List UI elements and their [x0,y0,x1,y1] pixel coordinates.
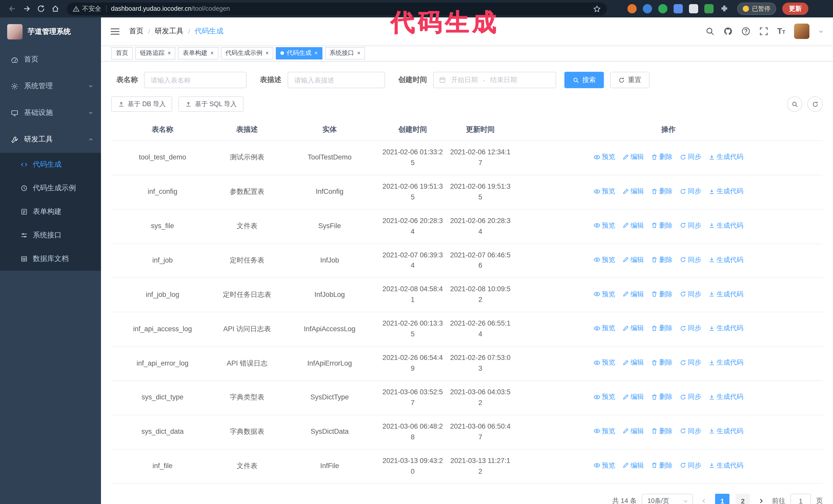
extension-icon-3[interactable] [658,4,667,13]
action-sync[interactable]: 同步 [680,152,701,162]
action-delete[interactable]: 删除 [651,186,672,196]
action-sync[interactable]: 同步 [680,289,701,299]
page-number-1[interactable]: 1 [715,494,730,504]
tab-item[interactable]: 表单构建× [178,47,218,59]
action-generate-code[interactable]: 生成代码 [709,152,743,162]
not-secure-warning[interactable]: 不安全 [73,4,101,13]
avatar[interactable] [794,24,809,39]
action-preview[interactable]: 预览 [594,357,615,368]
sidebar-item-db-doc[interactable]: 数据库文档 [0,247,101,271]
tab-item[interactable]: 首页 [111,47,133,59]
font-size-icon[interactable]: TT [777,27,785,35]
action-sync[interactable]: 同步 [680,255,701,265]
table-desc-input[interactable] [288,72,385,88]
action-preview[interactable]: 预览 [594,460,615,471]
action-preview[interactable]: 预览 [594,255,615,265]
action-edit[interactable]: 编辑 [622,255,644,265]
page-number-2[interactable]: 2 [736,494,750,504]
action-edit[interactable]: 编辑 [622,323,644,334]
extension-icon-5[interactable] [689,4,698,13]
reload-icon[interactable] [34,2,48,16]
import-sql-button[interactable]: 基于 SQL 导入 [178,96,243,112]
action-sync[interactable]: 同步 [680,426,701,436]
action-preview[interactable]: 预览 [594,220,615,231]
home-icon[interactable] [48,2,63,16]
action-preview[interactable]: 预览 [594,323,615,334]
action-preview[interactable]: 预览 [594,152,615,162]
action-edit[interactable]: 编辑 [622,357,644,368]
sidebar-item-form-builder[interactable]: 表单构建 [0,200,101,223]
action-sync[interactable]: 同步 [680,323,701,334]
action-sync[interactable]: 同步 [680,357,701,368]
breadcrumb-item[interactable]: 首页 [129,27,144,36]
action-delete[interactable]: 删除 [651,152,672,162]
action-preview[interactable]: 预览 [594,426,615,436]
close-icon[interactable]: × [210,50,214,56]
tab-item[interactable]: 系统接口× [325,47,365,59]
tab-item[interactable]: 代码生成× [276,47,323,59]
action-delete[interactable]: 删除 [651,255,672,265]
action-sync[interactable]: 同步 [680,220,701,231]
sidebar-item-codegen-example[interactable]: 代码生成示例 [0,176,101,200]
sidebar-item-api[interactable]: 系统接口 [0,223,101,247]
action-edit[interactable]: 编辑 [622,392,644,402]
action-generate-code[interactable]: 生成代码 [709,186,743,196]
action-delete[interactable]: 删除 [651,220,672,231]
hamburger-icon[interactable] [110,27,120,35]
fullscreen-icon[interactable] [759,27,768,36]
tab-item[interactable]: 代码生成示例× [221,47,273,59]
action-edit[interactable]: 编辑 [622,186,644,196]
next-page-button[interactable] [756,494,767,504]
action-sync[interactable]: 同步 [680,186,701,196]
search-icon[interactable] [705,27,715,36]
extension-icon-2[interactable] [643,4,652,13]
action-generate-code[interactable]: 生成代码 [709,220,743,231]
back-icon[interactable] [5,2,20,16]
action-preview[interactable]: 预览 [594,289,615,299]
action-preview[interactable]: 预览 [594,392,615,402]
action-sync[interactable]: 同步 [680,460,701,471]
github-icon[interactable] [723,27,733,36]
extension-icon-1[interactable] [627,4,637,13]
action-generate-code[interactable]: 生成代码 [709,392,743,402]
action-delete[interactable]: 删除 [651,392,672,402]
search-button[interactable]: 搜索 [564,72,604,88]
goto-page-input[interactable] [790,494,811,504]
puzzle-extension-icon[interactable] [720,4,729,13]
sidebar-item-infra[interactable]: 基础设施 [0,99,101,126]
extension-icon-4[interactable] [673,4,683,13]
close-icon[interactable]: × [314,50,318,56]
action-generate-code[interactable]: 生成代码 [709,357,743,368]
action-generate-code[interactable]: 生成代码 [709,289,743,299]
breadcrumb-item[interactable]: 研发工具 [155,27,184,36]
action-edit[interactable]: 编辑 [622,426,644,436]
action-delete[interactable]: 删除 [651,357,672,368]
sidebar-item-codegen[interactable]: 代码生成 [0,153,101,176]
action-sync[interactable]: 同步 [680,392,701,402]
reset-button[interactable]: 重置 [610,72,649,88]
action-delete[interactable]: 删除 [651,323,672,334]
close-icon[interactable]: × [265,50,269,56]
update-button[interactable]: 更新 [782,3,808,15]
action-edit[interactable]: 编辑 [622,460,644,471]
refresh-table-button[interactable] [807,96,823,112]
table-name-input[interactable] [144,72,246,88]
bookmark-star-icon[interactable] [593,5,601,13]
action-edit[interactable]: 编辑 [622,152,644,162]
toggle-search-button[interactable] [787,96,802,112]
action-delete[interactable]: 删除 [651,289,672,299]
action-generate-code[interactable]: 生成代码 [709,323,743,334]
paused-badge[interactable]: 已暂停 [737,3,776,15]
prev-page-button[interactable] [698,494,710,504]
action-generate-code[interactable]: 生成代码 [709,426,743,436]
chevron-down-icon[interactable] [818,28,824,34]
action-delete[interactable]: 删除 [651,426,672,436]
action-generate-code[interactable]: 生成代码 [709,255,743,265]
page-size-select[interactable]: 10条/页 [642,494,693,504]
extension-icon-6[interactable] [704,4,714,13]
action-edit[interactable]: 编辑 [622,289,644,299]
sidebar-item-home[interactable]: 首页 [0,46,101,73]
sidebar-item-system[interactable]: 系统管理 [0,73,101,99]
logo-row[interactable]: 芋道管理系统 [0,18,101,46]
action-edit[interactable]: 编辑 [622,220,644,231]
